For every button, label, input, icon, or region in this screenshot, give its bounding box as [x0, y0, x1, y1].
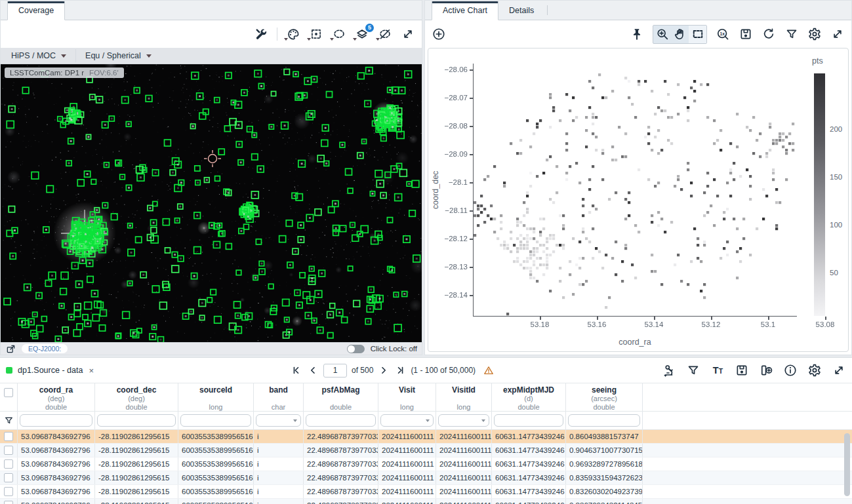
- table-row[interactable]: 53.09687843692796-28.1190286129561560035…: [0, 430, 852, 444]
- colorbar-tick-label: 100: [830, 221, 842, 229]
- select-rect-icon[interactable]: [689, 26, 706, 43]
- select-lasso-icon[interactable]: [332, 27, 346, 41]
- sky-image-canvas[interactable]: [1, 64, 422, 355]
- projection-dropdown[interactable]: Equ / Spherical: [79, 50, 158, 62]
- cell-band: i: [254, 457, 304, 471]
- hips-moc-dropdown[interactable]: HiPS / MOC: [5, 50, 73, 62]
- page-last-icon[interactable]: [394, 364, 406, 376]
- expand-icon[interactable]: [830, 27, 845, 41]
- row-checkbox[interactable]: [4, 446, 13, 455]
- row-filler: [643, 444, 852, 457]
- tab-active-chart[interactable]: Active Chart: [432, 1, 498, 20]
- palette-icon[interactable]: [286, 27, 300, 41]
- chart-tool-mode-group: [653, 25, 707, 44]
- row-checkbox[interactable]: [4, 501, 13, 504]
- column-header-coord_dec[interactable]: coord_dec(deg)double: [95, 383, 178, 411]
- column-header-coord_ra[interactable]: coord_ra(deg)double: [18, 383, 95, 411]
- filter-icon[interactable]: [686, 363, 700, 378]
- tab-details[interactable]: Details: [498, 2, 544, 20]
- cell-band: i: [254, 444, 304, 457]
- page-next-icon[interactable]: [378, 364, 390, 376]
- save-icon[interactable]: [735, 363, 749, 378]
- row-checkbox[interactable]: [4, 459, 13, 469]
- recenter-icon[interactable]: [309, 27, 323, 41]
- filter-input-seeing[interactable]: [568, 414, 640, 427]
- column-name: seeing: [592, 386, 617, 395]
- column-header-expMidptMJD[interactable]: expMidptMJD(d)double: [492, 383, 566, 411]
- filter-input-band[interactable]: [256, 414, 301, 427]
- pin-icon[interactable]: [630, 27, 644, 41]
- fov-label: FOV:6.6': [89, 69, 119, 77]
- table-row[interactable]: 53.09687843692796-28.1190286129561560035…: [0, 471, 852, 485]
- click-lock-toggle[interactable]: [347, 345, 365, 353]
- table-titlebar: dp1.Source - data × of 500 (1 - 100 of 5…: [0, 358, 852, 383]
- refresh-icon[interactable]: [761, 27, 776, 41]
- filter-icon[interactable]: [3, 416, 14, 426]
- row-checkbox-cell: [0, 430, 18, 443]
- add-chart-icon[interactable]: [432, 27, 446, 41]
- settings-icon[interactable]: [807, 27, 822, 41]
- save-icon[interactable]: [739, 27, 753, 41]
- row-checkbox[interactable]: [4, 432, 13, 441]
- pan-icon[interactable]: [671, 26, 689, 43]
- row-checkbox[interactable]: [4, 487, 13, 496]
- info-icon[interactable]: [783, 363, 798, 378]
- column-header-band[interactable]: band char: [254, 383, 304, 411]
- unselect-icon[interactable]: [378, 27, 392, 41]
- y-tick-mark: [470, 126, 473, 127]
- text-view-icon[interactable]: TT: [710, 363, 725, 378]
- colorbar-tick-label: 150: [830, 173, 842, 181]
- column-header-psfAbMag[interactable]: psfAbMag double: [304, 383, 378, 411]
- filter-input-VisitId[interactable]: [438, 414, 489, 427]
- zoom-original-icon[interactable]: 1x: [716, 27, 730, 41]
- column-header-Visit[interactable]: Visit long: [378, 383, 436, 411]
- expand-icon[interactable]: [401, 27, 415, 41]
- filter-input-expMidptMJD[interactable]: [494, 414, 563, 427]
- close-table-icon[interactable]: ×: [89, 366, 94, 376]
- zoom-in-icon[interactable]: [653, 26, 671, 43]
- table-row[interactable]: 53.09687843692796-28.1190286129561560035…: [0, 485, 852, 499]
- table-row[interactable]: 53.09687843692796-28.1190286129561560035…: [0, 457, 852, 471]
- x-tick-label: 53.16: [577, 320, 617, 328]
- cell-sourceId: 600355353899565160: [178, 444, 254, 457]
- column-header-sourceId[interactable]: sourceId long: [178, 383, 254, 411]
- filter-icon[interactable]: [784, 27, 799, 41]
- page-first-icon[interactable]: [291, 364, 302, 376]
- table-row[interactable]: 53.09687843692796-28.1190286129561560035…: [0, 499, 852, 504]
- tools-icon[interactable]: [254, 27, 268, 41]
- filter-input-Visit[interactable]: [380, 414, 434, 427]
- row-checkbox[interactable]: [4, 473, 13, 482]
- cell-psfAbMag: 22.489687873977033: [304, 471, 378, 484]
- chart-area[interactable]: coord_dec coord_ra pts −28.06−28.07−28.0…: [428, 48, 849, 352]
- open-window-icon[interactable]: [5, 343, 16, 354]
- expand-icon[interactable]: [832, 363, 846, 378]
- tab-coverage[interactable]: Coverage: [7, 1, 65, 20]
- filter-input-psfAbMag[interactable]: [306, 414, 376, 427]
- select-all-checkbox[interactable]: [4, 388, 13, 397]
- page-prev-icon[interactable]: [307, 364, 319, 376]
- table-row[interactable]: 53.09687843692796-28.1190286129561560035…: [0, 444, 852, 457]
- data-table: coord_ra(deg)doublecoord_dec(deg)doubles…: [0, 383, 852, 504]
- layers-count-badge: 5: [365, 24, 374, 32]
- filter-input-sourceId[interactable]: [180, 414, 251, 427]
- column-name: band: [269, 386, 288, 395]
- column-unit: [462, 395, 464, 403]
- cell-VisitId: 2024111600111: [436, 499, 492, 504]
- layers-icon[interactable]: 5: [355, 27, 369, 41]
- cell-psfAbMag: 22.489687873977033: [304, 485, 378, 498]
- add-column-icon[interactable]: [759, 363, 773, 378]
- colorbar-title: pts: [812, 56, 823, 66]
- divider: [75, 49, 76, 62]
- column-header-VisitId[interactable]: VisitId long: [436, 383, 492, 411]
- page-number-input[interactable]: [323, 364, 347, 378]
- table-vertical-scrollbar[interactable]: [844, 433, 850, 496]
- filter-input-coord_dec[interactable]: [97, 414, 176, 427]
- y-tick-mark: [470, 154, 473, 155]
- warning-icon[interactable]: [483, 364, 495, 376]
- catalog-options-icon[interactable]: [662, 363, 676, 378]
- column-header-seeing[interactable]: seeing(arcsec)double: [566, 383, 643, 411]
- settings-icon[interactable]: [807, 363, 822, 378]
- select-all-column-header: [0, 383, 18, 411]
- filter-input-coord_ra[interactable]: [20, 414, 92, 427]
- sky-image-viewer[interactable]: LSSTComCam: DP1 r FOV:6.6' EQ-J2000: Cli…: [1, 64, 422, 355]
